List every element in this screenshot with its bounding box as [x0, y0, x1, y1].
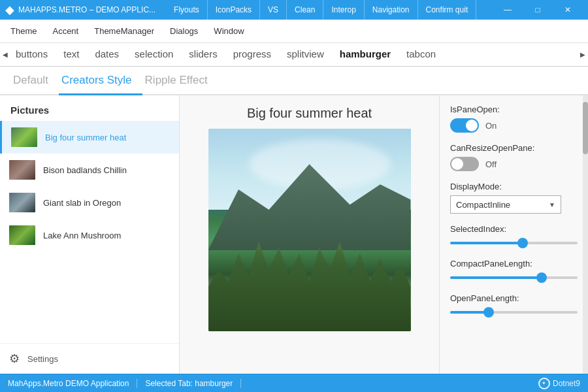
selectedindex-thumb[interactable]: [517, 238, 528, 248]
scroll-tabs: buttonstextdatesselectionslidersprogress…: [10, 48, 578, 61]
title-tab-interop[interactable]: Interop: [323, 0, 364, 20]
scroll-tab-buttons[interactable]: buttons: [16, 48, 48, 61]
prop-canresize-label: CanResizeOpenPane:: [450, 143, 578, 153]
close-button[interactable]: ✕: [553, 0, 583, 20]
selectedindex-slider[interactable]: [450, 238, 578, 248]
compactpanelength-slider[interactable]: [450, 272, 578, 283]
prop-compactpanelength: CompactPaneLength:: [450, 259, 578, 283]
scroll-tab-text[interactable]: text: [63, 48, 79, 61]
menu-bar: Theme Accent ThemeManager Dialogs Window: [0, 20, 588, 43]
dotnet9-brand: ✦ Dotnet9: [538, 378, 580, 389]
nav-item-3[interactable]: Lake Ann Mushroom: [0, 219, 179, 252]
ispaneopen-state: On: [485, 121, 497, 131]
canresize-knob: [451, 158, 463, 170]
title-bar-controls: — □ ✕: [493, 0, 583, 20]
maximize-button[interactable]: □: [523, 0, 553, 20]
scroll-tab-hamburger[interactable]: hamburger: [340, 48, 391, 61]
status-bar: MahApps.Metro DEMO Application Selected …: [0, 374, 588, 392]
openpanelength-slider[interactable]: [450, 307, 578, 318]
title-tab-flyouts[interactable]: Flyouts: [166, 0, 208, 20]
nav-label-2: Giant slab in Oregon: [43, 198, 121, 208]
title-tab-iconpacks[interactable]: IconPacks: [208, 0, 260, 20]
nav-item-0[interactable]: Big four summer heat: [0, 121, 179, 154]
nav-item-1[interactable]: Bison badlands Chillin: [0, 154, 179, 186]
app-logo-icon: ◆: [5, 3, 14, 17]
scroll-tabs-bar: ◀ buttonstextdatesselectionslidersprogre…: [0, 43, 588, 67]
prop-ispaneopen: IsPaneOpen: On: [450, 105, 578, 133]
title-tab-confirm-quit[interactable]: Confirm quit: [418, 0, 477, 20]
nav-item-2[interactable]: Giant slab in Oregon: [0, 186, 179, 219]
prop-openpanelength: OpenPaneLength:: [450, 293, 578, 318]
scrollbar-track: [583, 95, 588, 374]
prop-ispaneopen-label: IsPaneOpen:: [450, 105, 578, 114]
scroll-tabs-right-arrow[interactable]: ▶: [578, 43, 588, 67]
scroll-tab-splitview[interactable]: splitview: [287, 48, 324, 61]
dotnet9-label: Dotnet9: [553, 379, 580, 388]
nav-thumb-1: [9, 160, 35, 180]
sub-tabs: Default Creators Style Ripple Effect: [0, 67, 588, 95]
status-selected-tab: Selected Tab: hamburger: [145, 379, 241, 388]
ispaneopen-toggle[interactable]: [450, 118, 479, 133]
left-panel: Pictures Big four summer heat Bison badl…: [0, 95, 180, 374]
scroll-tab-tabcon[interactable]: tabcon: [406, 48, 436, 61]
selectedindex-track: [450, 242, 578, 244]
title-bar: ◆ MAHAPPS.METRO – DEMO APPLIC... Flyouts…: [0, 0, 588, 20]
menu-theme[interactable]: Theme: [3, 20, 44, 43]
nav-label-0: Big four summer heat: [45, 133, 126, 142]
nav-label-1: Bison badlands Chillin: [43, 165, 127, 175]
title-bar-appname: MAHAPPS.METRO – DEMO APPLIC...: [18, 5, 155, 14]
scroll-tab-progress[interactable]: progress: [233, 48, 271, 61]
nav-thumb-0: [11, 127, 37, 147]
gear-icon: ⚙: [9, 351, 20, 366]
prop-selectedindex: SelectedIndex:: [450, 224, 578, 248]
prop-selectedindex-label: SelectedIndex:: [450, 224, 578, 234]
nav-thumb-3: [9, 225, 35, 245]
sub-tab-creators-style[interactable]: Creators Style: [59, 74, 142, 95]
status-app-name: MahApps.Metro DEMO Application: [8, 379, 137, 388]
scroll-tabs-left-arrow[interactable]: ◀: [0, 43, 10, 67]
nav-list: Big four summer heat Bison badlands Chil…: [0, 121, 179, 343]
scrollbar-thumb[interactable]: [583, 102, 588, 154]
menu-accent[interactable]: Accent: [44, 20, 86, 43]
settings-label: Settings: [27, 354, 58, 364]
prop-openpanelength-label: OpenPaneLength:: [450, 293, 578, 303]
minimize-button[interactable]: —: [493, 0, 523, 20]
menu-thememanager[interactable]: ThemeManager: [86, 20, 162, 43]
title-tab-navigation[interactable]: Navigation: [365, 0, 418, 20]
title-tab-vs[interactable]: VS: [260, 0, 287, 20]
prop-displaymode: DisplayMode: CompactInline ▼: [450, 182, 578, 214]
landscape-image: [208, 129, 411, 331]
prop-ispaneopen-toggle-row: On: [450, 118, 578, 133]
prop-compactpanelength-label: CompactPaneLength:: [450, 259, 578, 269]
scroll-tab-selection[interactable]: selection: [135, 48, 173, 61]
nav-thumb-2: [9, 193, 35, 212]
dotnet9-icon: ✦: [538, 378, 550, 389]
ispaneopen-knob: [466, 120, 478, 131]
nav-label-3: Lake Ann Mushroom: [43, 231, 121, 240]
title-tab-clean[interactable]: Clean: [287, 0, 323, 20]
title-bar-tabs: FlyoutsIconPacksVSCleanInteropNavigation…: [166, 0, 476, 20]
canresize-state: Off: [485, 159, 497, 169]
selectedindex-fill: [450, 242, 523, 244]
compactpanelength-fill: [450, 276, 542, 279]
menu-window[interactable]: Window: [206, 20, 252, 43]
chevron-down-icon: ▼: [549, 201, 555, 208]
openpanelength-track: [450, 311, 578, 314]
image-title: Big four summer heat: [247, 106, 372, 121]
scroll-tab-dates[interactable]: dates: [95, 48, 119, 61]
displaymode-dropdown[interactable]: CompactInline ▼: [450, 195, 561, 214]
openpanelength-thumb[interactable]: [483, 307, 494, 318]
settings-item[interactable]: ⚙ Settings: [0, 343, 179, 374]
prop-canresize-toggle-row: Off: [450, 157, 578, 171]
displaymode-value: CompactInline: [456, 200, 549, 210]
left-panel-header: Pictures: [0, 95, 179, 121]
menu-dialogs[interactable]: Dialogs: [162, 20, 206, 43]
scroll-tab-sliders[interactable]: sliders: [189, 48, 217, 61]
sub-tab-ripple-effect[interactable]: Ripple Effect: [142, 74, 218, 95]
prop-displaymode-label: DisplayMode:: [450, 182, 578, 191]
compactpanelength-track: [450, 276, 578, 279]
sub-tab-default[interactable]: Default: [10, 74, 59, 95]
compactpanelength-thumb[interactable]: [536, 272, 547, 283]
center-panel: Big four summer heat: [180, 95, 439, 374]
canresize-toggle[interactable]: [450, 157, 479, 171]
